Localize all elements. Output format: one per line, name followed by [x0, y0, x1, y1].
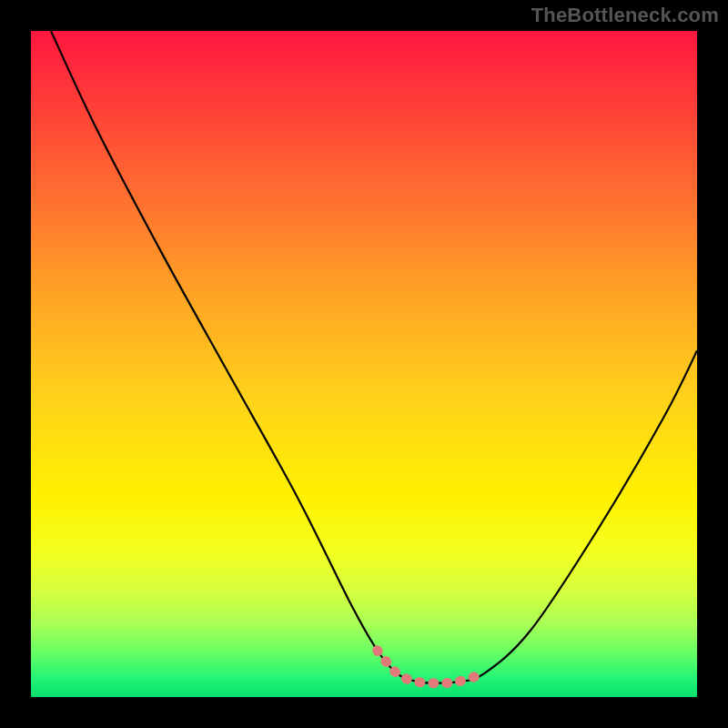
plot-area — [31, 31, 697, 697]
highlight-curve — [378, 651, 484, 683]
watermark-text: TheBottleneck.com — [531, 4, 719, 27]
bottleneck-curve — [51, 31, 697, 683]
chart-frame: TheBottleneck.com — [0, 0, 728, 728]
curve-svg — [31, 31, 697, 697]
